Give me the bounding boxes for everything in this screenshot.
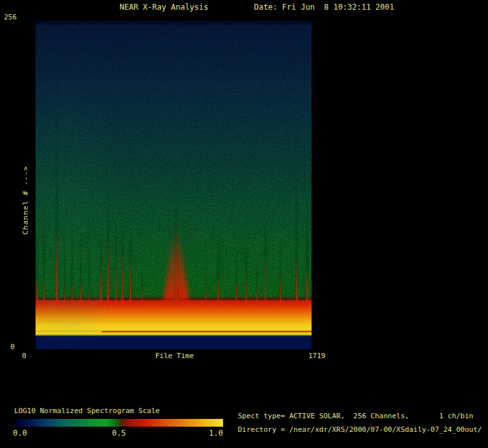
flare-spike — [107, 236, 109, 306]
flare-spike — [130, 254, 132, 306]
flare-spike — [265, 251, 266, 306]
flare-spike — [36, 277, 38, 306]
flare-spike — [175, 223, 178, 306]
flare-spike — [280, 273, 281, 306]
bottom-absorption-stripe — [101, 331, 312, 332]
flare-spike — [142, 280, 143, 306]
flare-spike — [80, 277, 81, 306]
x-axis-max-label: 1719 — [308, 352, 326, 360]
flare-spike — [64, 283, 65, 306]
flare-spike — [56, 228, 58, 306]
y-axis-max-label: 256 — [4, 14, 17, 21]
flare-spike — [100, 264, 102, 306]
colorbar-tick-min: 0.0 — [13, 429, 27, 438]
timestamp: Date: Fri Jun 8 10:32:11 2001 — [254, 3, 394, 11]
colorbar-title: LOG10 Normalized Spectrogram Scale — [14, 407, 160, 415]
spectrogram-overlay — [36, 21, 312, 349]
flare-spike — [218, 273, 220, 306]
flare-spike — [246, 273, 247, 306]
flare-spike — [205, 283, 206, 306]
colorbar-gradient — [15, 419, 223, 427]
x-axis-title: File Time — [155, 352, 194, 360]
flare-spike — [306, 264, 308, 306]
spect-type-info: Spect type= ACTIVE SOLAR, 256 Channels, … — [238, 412, 473, 420]
flare-spike — [115, 257, 116, 306]
flare-spike — [257, 280, 258, 306]
y-axis-min-label: 0 — [10, 343, 15, 351]
flare-spike — [43, 273, 45, 306]
spectrogram-plot — [36, 21, 312, 349]
flare-spike — [89, 280, 90, 306]
y-axis-title: Channel # ---> — [21, 128, 30, 235]
directory-info: Directory = /near/xdr/XRS/2000/07-00/XSd… — [238, 426, 482, 434]
flare-spike — [296, 255, 298, 306]
x-axis-min-label: 0 — [22, 352, 27, 360]
flare-spike — [236, 277, 237, 306]
colorbar-tick-mid: 0.5 — [112, 429, 126, 438]
colorbar-tick-max: 1.0 — [209, 429, 223, 438]
near-xray-analysis-window: NEAR X-Ray Analysis Date: Fri Jun 8 10:3… — [0, 0, 488, 448]
page-title: NEAR X-Ray Analysis — [120, 3, 208, 11]
flare-spike — [122, 251, 123, 306]
flare-spike — [72, 280, 73, 306]
